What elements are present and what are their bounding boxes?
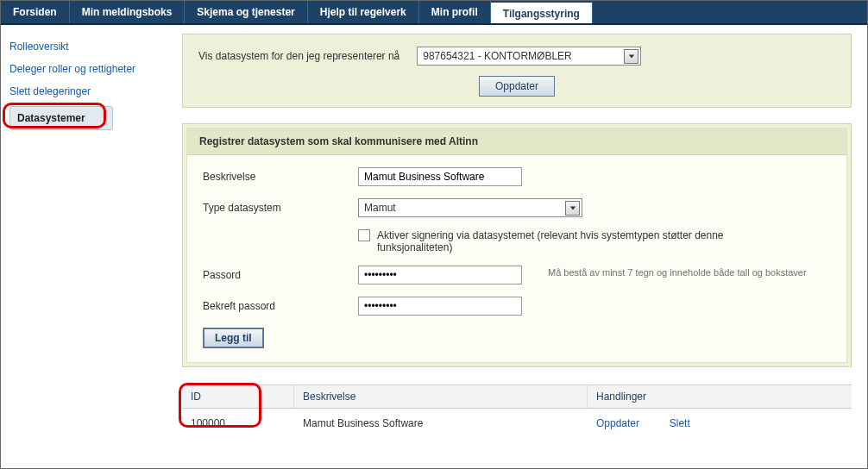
represent-label: Vis datasystem for den jeg representerer… — [198, 50, 399, 62]
type-select-value: Mamut — [364, 202, 396, 214]
type-select[interactable]: Mamut — [358, 198, 582, 217]
signing-checkbox-label: Aktiver signering via datasystemet (rele… — [377, 229, 772, 253]
top-tabs: Forsiden Min meldingsboks Skjema og tjen… — [1, 1, 867, 25]
password-help: Må bestå av minst 7 tegn og inneholde bå… — [531, 266, 831, 278]
svg-marker-1 — [569, 206, 575, 209]
tab-forsiden[interactable]: Forsiden — [1, 1, 70, 23]
tab-skjema-og-tjenester[interactable]: Skjema og tjenester — [185, 1, 307, 23]
th-handlinger: Handlinger — [588, 385, 852, 408]
desc-label: Beskrivelse — [203, 167, 358, 183]
register-panel: Registrer datasystem som skal kommuniser… — [182, 123, 852, 367]
password-label: Passord — [203, 266, 358, 281]
svg-marker-0 — [629, 54, 634, 58]
represent-select[interactable]: 987654321 - KONTORMØBLER — [417, 47, 641, 66]
sidebar-link-slett-delegeringer[interactable]: Slett delegeringer — [9, 80, 165, 103]
password-input[interactable] — [358, 266, 522, 285]
row-update-link[interactable]: Oppdater — [596, 417, 639, 429]
signing-checkbox[interactable] — [358, 229, 370, 241]
sidebar-link-rolleoversikt[interactable]: Rolleoversikt — [9, 35, 165, 58]
desc-input[interactable] — [358, 167, 522, 186]
tab-min-profil[interactable]: Min profil — [419, 1, 491, 23]
confirm-password-label: Bekreft passord — [203, 297, 358, 312]
datasystem-table: ID Beskrivelse Handlinger 100000 Mamut B… — [182, 385, 852, 438]
td-desc: Mamut Business Software — [294, 417, 588, 429]
add-button[interactable]: Legg til — [203, 328, 264, 348]
sidebar: Rolleoversikt Deleger roller og rettighe… — [1, 25, 173, 447]
td-id: 100000 — [182, 417, 294, 429]
represent-panel: Vis datasystem for den jeg representerer… — [182, 34, 852, 108]
tab-hjelp-til-regelverk[interactable]: Hjelp til regelverk — [308, 1, 419, 23]
update-button[interactable]: Oppdater — [479, 76, 555, 97]
register-panel-heading: Registrer datasystem som skal kommuniser… — [187, 128, 846, 155]
table-row: 100000 Mamut Business Software Oppdater … — [182, 409, 852, 438]
row-delete-link[interactable]: Slett — [670, 417, 690, 429]
tab-min-meldingsboks[interactable]: Min meldingsboks — [70, 1, 186, 23]
chevron-down-icon — [624, 49, 638, 64]
type-label: Type datasystem — [203, 198, 358, 214]
th-beskrivelse: Beskrivelse — [294, 385, 588, 408]
confirm-password-input[interactable] — [358, 297, 522, 316]
represent-select-value: 987654321 - KONTORMØBLER — [423, 50, 572, 62]
sidebar-link-deleger-roller[interactable]: Deleger roller og rettigheter — [9, 58, 165, 80]
chevron-down-icon — [565, 201, 580, 216]
tab-tilgangsstyring[interactable]: Tilgangsstyring — [491, 1, 593, 23]
main-content: Vis datasystem for den jeg representerer… — [173, 25, 867, 447]
th-id: ID — [182, 385, 294, 408]
sidebar-link-datasystemer[interactable]: Datasystemer — [9, 106, 113, 130]
